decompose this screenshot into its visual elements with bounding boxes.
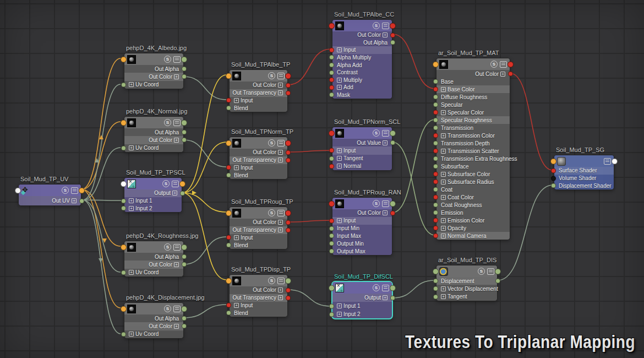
port-row-input[interactable]: +Input [230, 97, 287, 105]
green-port-dot[interactable] [329, 70, 334, 75]
green-port-dot[interactable] [180, 191, 185, 196]
green-port-dot[interactable] [329, 93, 334, 97]
expand-plus-icon[interactable]: + [441, 133, 446, 138]
node-header[interactable]: S [436, 58, 510, 70]
expand-plus-icon[interactable]: + [174, 262, 179, 267]
red-port-dot[interactable] [329, 164, 334, 169]
attribute-list-badge-icon[interactable] [487, 268, 494, 275]
red-port-dot[interactable] [226, 98, 231, 103]
red-port-dot[interactable] [286, 90, 291, 95]
expand-plus-icon[interactable]: + [337, 78, 342, 83]
port-row-out-alpha[interactable]: Out Alpha [124, 128, 183, 136]
expand-plus-icon[interactable]: + [234, 235, 239, 240]
expand-plus-icon[interactable]: + [278, 288, 283, 292]
port-row-vector-displacement[interactable]: +Vector Displacement [436, 285, 497, 292]
expand-plus-icon[interactable]: + [441, 286, 446, 291]
expand-plus-icon[interactable]: + [129, 270, 134, 275]
node-header[interactable]: S [124, 303, 183, 314]
port-row-specular-roughness[interactable]: Specular Roughness [436, 116, 510, 124]
port-row-uv-coord[interactable]: +Uv Coord [124, 144, 183, 152]
attribute-list-badge-icon[interactable] [173, 306, 181, 312]
port-row-output[interactable]: Output+ [332, 294, 392, 302]
orange-port-dot[interactable] [121, 120, 127, 126]
expand-plus-icon[interactable]: + [278, 150, 283, 155]
node-tp-disp[interactable]: Soil_Mud_TPDisp_TPSOut Color+Out Transpa… [229, 274, 288, 317]
green-port-dot[interactable] [329, 234, 334, 238]
port-row-specular-color[interactable]: +Specular Color [436, 109, 510, 116]
port-row-input-min[interactable]: Input Min [332, 225, 392, 232]
swatch-badge-icon[interactable]: S [373, 22, 380, 29]
expand-plus-icon[interactable]: + [337, 156, 342, 161]
green-port-dot[interactable] [226, 173, 231, 178]
port-row-out-color[interactable]: Out Color+ [436, 70, 510, 78]
swatch-badge-icon[interactable]: S [373, 129, 380, 137]
attribute-list-badge-icon[interactable] [173, 120, 181, 126]
port-row-transmission-scatter[interactable]: +Transmission Scatter [436, 147, 510, 155]
port-row-input[interactable]: +Input [332, 217, 392, 225]
port-row-displacement[interactable]: Displacement [436, 277, 497, 285]
port-row-transmission-depth[interactable]: Transmission Depth [436, 139, 510, 147]
green-port-dot[interactable] [433, 203, 438, 208]
green-port-dot[interactable] [433, 95, 438, 100]
expand-plus-icon[interactable]: + [383, 140, 388, 145]
expand-plus-icon[interactable]: + [337, 47, 342, 52]
green-port-dot[interactable] [121, 198, 126, 203]
port-row-uv-coord[interactable]: +Uv Coord [124, 330, 183, 338]
green-port-dot[interactable] [495, 268, 501, 274]
green-port-dot[interactable] [390, 40, 395, 45]
expand-plus-icon[interactable]: + [337, 148, 342, 153]
green-port-dot[interactable] [433, 141, 438, 146]
red-port-dot[interactable] [433, 226, 438, 231]
orange-port-dot[interactable] [433, 61, 439, 67]
green-port-dot[interactable] [329, 285, 335, 291]
port-row-emission[interactable]: Emission [436, 209, 510, 216]
port-row-coat-color[interactable]: +Coat Color [436, 193, 510, 201]
node-tp-albe[interactable]: Soil_Mud_TPAlbe_TPSOut Color+Out Transpa… [229, 69, 288, 112]
green-port-dot[interactable] [433, 268, 439, 274]
expand-plus-icon[interactable]: + [383, 210, 388, 215]
red-port-dot[interactable] [551, 168, 556, 173]
orange-port-dot[interactable] [226, 210, 232, 216]
node-dis[interactable]: ar_Soil_Mud_TP_DISSDisplacement+Vector D… [436, 265, 498, 301]
orange-port-dot[interactable] [550, 158, 556, 164]
green-port-dot[interactable] [329, 156, 334, 161]
port-row-displacement-shader[interactable]: Displacement Shader [554, 182, 614, 189]
red-port-dot[interactable] [433, 218, 438, 223]
green-port-dot[interactable] [390, 130, 396, 136]
port-row-out-transparency[interactable]: Out Transparency+ [230, 89, 287, 97]
port-row-volume-shader[interactable]: Volume Shader [554, 175, 614, 182]
port-row-blend[interactable]: Blend [230, 171, 287, 179]
green-port-dot[interactable] [433, 156, 438, 161]
orange-port-dot[interactable] [121, 306, 127, 312]
swatch-badge-icon[interactable]: S [268, 139, 275, 147]
green-port-dot[interactable] [182, 130, 187, 135]
port-row-out-color[interactable]: Out Color+ [230, 286, 287, 294]
port-row-alpha-add[interactable]: Alpha Add [332, 61, 392, 69]
orange-port-dot[interactable] [226, 73, 232, 79]
expand-plus-icon[interactable]: + [441, 149, 446, 154]
port-row-out-alpha[interactable]: Out Alpha [124, 65, 183, 73]
node-cc[interactable]: Soil_Mud_TPAlbe_CCSOut Color+Out Alpha+I… [332, 19, 392, 99]
green-port-dot[interactable] [182, 316, 187, 321]
red-port-dot[interactable] [329, 200, 335, 207]
port-row-alpha-multiply[interactable]: Alpha Multiply [332, 54, 392, 62]
expand-plus-icon[interactable]: + [337, 218, 342, 223]
attribute-list-badge-icon[interactable] [382, 285, 389, 291]
green-port-dot[interactable] [433, 118, 438, 123]
orange-port-dot[interactable] [121, 244, 127, 250]
expand-plus-icon[interactable]: + [441, 226, 446, 231]
port-row-blend[interactable]: Blend [230, 309, 287, 317]
red-port-dot[interactable] [226, 165, 231, 170]
green-port-dot[interactable] [433, 79, 438, 84]
node-header[interactable]: S [332, 20, 392, 31]
swatch-badge-icon[interactable]: S [62, 187, 69, 194]
red-port-dot[interactable] [329, 130, 335, 136]
red-port-dot[interactable] [433, 133, 438, 138]
red-port-dot[interactable] [286, 288, 291, 292]
port-row-out-transparency[interactable]: Out Transparency+ [230, 226, 287, 234]
port-row-input-max[interactable]: Input Max [332, 232, 392, 240]
green-port-dot[interactable] [121, 270, 126, 275]
port-row-subsurface-color[interactable]: +Subsurface Color [436, 170, 510, 178]
node-header[interactable]: S [230, 275, 287, 286]
port-row-out-transparency[interactable]: Out Transparency+ [230, 294, 287, 302]
